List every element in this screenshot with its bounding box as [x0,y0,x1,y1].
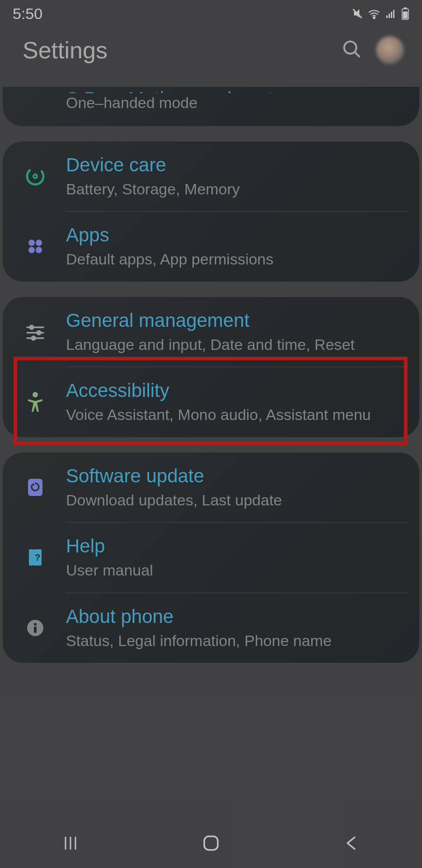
svg-point-12 [28,240,35,246]
settings-row-general-management[interactable]: General management Language and input, D… [3,297,419,367]
row-subtitle: Download updates, Last update [66,491,408,510]
svg-point-11 [24,165,46,187]
svg-rect-23 [28,479,42,496]
settings-row-about-phone[interactable]: About phone Status, Legal information, P… [3,593,419,663]
nav-back[interactable] [338,835,365,852]
settings-group: General management Language and input, D… [3,297,419,437]
settings-group-partial: S Pen, Motions and gestures, One–handed … [3,87,419,126]
row-subtitle: Battery, Storage, Memory [66,179,408,199]
row-subtitle: Voice Assistant, Mono audio, Assistant m… [66,405,408,425]
settings-group: Software update Download updates, Last u… [3,453,419,663]
svg-rect-33 [204,836,218,850]
svg-rect-24 [29,549,33,566]
page-title: Settings [23,37,342,64]
help-icon: ? [21,547,50,567]
svg-rect-2 [386,15,388,18]
nav-recents[interactable] [57,835,84,852]
wifi-icon [368,8,380,19]
svg-rect-3 [389,14,390,18]
svg-rect-29 [34,627,37,633]
status-time: 5:50 [13,5,42,23]
row-subtitle: Default apps, App permissions [66,250,408,269]
app-header: Settings [0,27,422,87]
svg-rect-8 [403,11,408,19]
settings-row-software-update[interactable]: Software update Download updates, Last u… [3,453,419,523]
svg-point-1 [373,17,375,19]
divider [66,367,408,367]
advanced-features-icon [21,87,50,113]
settings-list: S Pen, Motions and gestures, One–handed … [0,87,422,663]
svg-point-14 [28,247,35,253]
row-title-partial: S Pen, Motions and gestures, [66,87,408,93]
apps-icon [21,236,50,256]
profile-avatar[interactable] [376,36,404,64]
info-icon [21,619,50,637]
row-subtitle: One–handed mode [66,93,408,113]
status-bar: 5:50 [0,0,422,27]
svg-point-22 [33,392,38,397]
navigation-bar [0,818,422,868]
row-title: Help [66,535,408,557]
search-button[interactable] [342,39,362,61]
divider [66,211,408,212]
svg-point-9 [344,42,356,54]
row-title: Software update [66,465,408,487]
nav-home[interactable] [197,834,225,853]
svg-rect-4 [391,12,392,18]
status-icons [352,7,409,20]
settings-row-apps[interactable]: Apps Default apps, App permissions [3,212,419,282]
svg-rect-7 [404,8,407,9]
row-subtitle: Status, Legal information, Phone name [66,631,408,651]
svg-point-28 [34,623,37,626]
battery-icon [401,7,409,20]
svg-point-19 [37,331,41,335]
settings-group: Device care Battery, Storage, Memory App… [3,142,419,282]
row-title: General management [66,310,408,331]
settings-row-help[interactable]: ? Help User manual [3,523,419,593]
settings-row-device-care[interactable]: Device care Battery, Storage, Memory [3,142,419,212]
mute-icon [352,8,363,19]
settings-row-accessibility[interactable]: Accessibility Voice Assistant, Mono audi… [3,367,419,437]
svg-rect-5 [393,10,394,18]
svg-point-17 [30,326,33,329]
svg-text:?: ? [35,552,40,562]
settings-row-advanced-features[interactable]: S Pen, Motions and gestures, One–handed … [3,87,419,126]
sliders-icon [21,323,50,341]
svg-point-15 [36,247,42,253]
row-title: About phone [66,606,408,627]
accessibility-icon [21,391,50,413]
divider [66,593,408,593]
signal-icon [385,8,397,19]
row-title: Device care [66,154,408,176]
row-title: Accessibility [66,380,408,401]
row-title: Apps [66,224,408,246]
row-subtitle: User manual [66,561,408,580]
svg-point-13 [36,240,42,246]
device-care-icon [21,165,50,187]
row-subtitle: Language and input, Date and time, Reset [66,335,408,354]
divider [66,522,408,523]
software-update-icon [21,477,50,498]
svg-point-21 [32,336,35,340]
svg-line-10 [355,52,360,57]
